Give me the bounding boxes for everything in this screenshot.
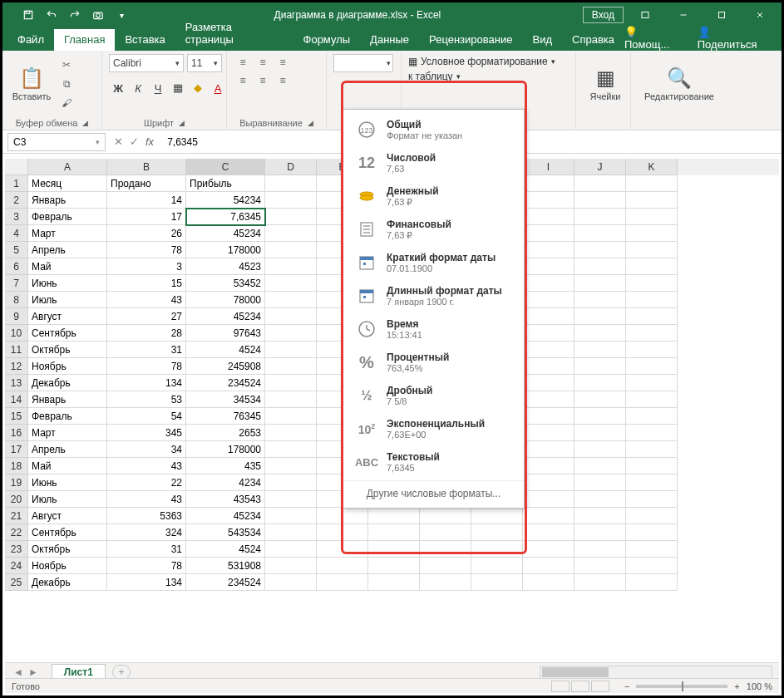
cell[interactable]: 3 bbox=[107, 258, 186, 275]
row-header[interactable]: 3 bbox=[5, 209, 28, 225]
cell[interactable] bbox=[626, 474, 678, 491]
cell[interactable]: 78 bbox=[107, 242, 186, 258]
cell[interactable] bbox=[368, 524, 420, 541]
cell[interactable] bbox=[523, 508, 574, 524]
cell[interactable]: 27 bbox=[107, 308, 186, 325]
cell[interactable] bbox=[574, 242, 626, 258]
tab-вставка[interactable]: Вставка bbox=[115, 29, 175, 51]
cell[interactable] bbox=[523, 441, 574, 458]
cell[interactable] bbox=[626, 258, 678, 275]
share-button[interactable]: 👤 Поделиться bbox=[698, 26, 773, 51]
cell[interactable] bbox=[420, 524, 471, 541]
cell[interactable] bbox=[574, 275, 626, 292]
cell[interactable] bbox=[523, 574, 574, 591]
row-header[interactable]: 8 bbox=[5, 292, 28, 308]
cell[interactable]: 4524 bbox=[186, 541, 265, 558]
cell[interactable]: 76345 bbox=[186, 408, 265, 425]
number-format-general[interactable]: 123ОбщийФормат не указан bbox=[343, 113, 524, 146]
cell[interactable] bbox=[265, 375, 317, 391]
cells-button[interactable]: ▦ Ячейки bbox=[583, 54, 628, 114]
row-header[interactable]: 20 bbox=[5, 491, 28, 508]
cell[interactable]: 78 bbox=[107, 558, 186, 574]
cell[interactable] bbox=[265, 491, 317, 508]
cell[interactable] bbox=[317, 508, 368, 524]
cell[interactable] bbox=[265, 574, 317, 591]
tab-главная[interactable]: Главная bbox=[54, 29, 115, 51]
align-center-icon[interactable]: ≡ bbox=[254, 72, 272, 89]
cell[interactable] bbox=[265, 209, 317, 225]
cell[interactable] bbox=[626, 209, 678, 225]
cell[interactable] bbox=[265, 325, 317, 342]
cell[interactable]: Февраль bbox=[28, 408, 107, 425]
view-page-layout-icon[interactable] bbox=[571, 681, 589, 692]
cell[interactable] bbox=[523, 292, 574, 308]
name-box[interactable]: C3▾ bbox=[7, 133, 106, 151]
cell[interactable] bbox=[317, 541, 368, 558]
tab-рецензирование[interactable]: Рецензирование bbox=[419, 29, 522, 51]
cell[interactable] bbox=[368, 508, 420, 524]
cell[interactable] bbox=[626, 425, 678, 441]
column-header[interactable]: A bbox=[28, 159, 107, 175]
column-header[interactable]: K bbox=[626, 159, 678, 175]
cell[interactable] bbox=[626, 325, 678, 342]
cell[interactable]: 43543 bbox=[186, 491, 265, 508]
cell[interactable] bbox=[574, 308, 626, 325]
cell[interactable]: 5363 bbox=[107, 508, 186, 524]
cell[interactable]: Сентябрь bbox=[28, 325, 107, 342]
cell[interactable] bbox=[420, 574, 471, 591]
select-all-corner[interactable] bbox=[5, 159, 28, 175]
number-format-percent[interactable]: %Процентный763,45% bbox=[343, 346, 524, 379]
editing-button[interactable]: 🔍 Редактирование bbox=[638, 54, 721, 114]
save-icon[interactable] bbox=[17, 5, 39, 25]
cell[interactable] bbox=[574, 175, 626, 192]
cell[interactable] bbox=[265, 258, 317, 275]
maximize-icon[interactable] bbox=[705, 2, 738, 27]
cell[interactable]: 53452 bbox=[186, 275, 265, 292]
cell[interactable] bbox=[626, 275, 678, 292]
cell[interactable]: Декабрь bbox=[28, 574, 107, 591]
row-header[interactable]: 17 bbox=[5, 441, 28, 458]
italic-button[interactable]: К bbox=[129, 79, 147, 97]
cut-icon[interactable]: ✂ bbox=[57, 57, 76, 73]
font-size-combo[interactable]: 11▾ bbox=[187, 54, 222, 72]
cell[interactable] bbox=[626, 541, 678, 558]
number-format-time[interactable]: Время15:13:41 bbox=[343, 312, 524, 346]
fx-icon[interactable]: fx bbox=[145, 135, 154, 148]
cell[interactable] bbox=[523, 308, 574, 325]
number-format-text[interactable]: ABCТекстовый7,6345 bbox=[343, 445, 524, 479]
cell[interactable] bbox=[574, 209, 626, 225]
cell[interactable]: Прибыль bbox=[186, 175, 265, 192]
cell[interactable]: 28 bbox=[107, 325, 186, 342]
cell[interactable] bbox=[265, 292, 317, 308]
bold-button[interactable]: Ж bbox=[109, 79, 127, 97]
row-header[interactable]: 16 bbox=[5, 425, 28, 441]
cell[interactable] bbox=[420, 558, 471, 574]
number-format-scientific[interactable]: 102Экспоненциальный7,63E+00 bbox=[343, 412, 524, 445]
cell[interactable]: Ноябрь bbox=[28, 358, 107, 375]
cell[interactable] bbox=[317, 524, 368, 541]
cell[interactable]: 134 bbox=[107, 375, 186, 391]
cell[interactable]: Февраль bbox=[28, 209, 107, 225]
cell[interactable] bbox=[626, 358, 678, 375]
cell[interactable]: Декабрь bbox=[28, 375, 107, 391]
cell[interactable] bbox=[626, 391, 678, 408]
cell[interactable] bbox=[574, 225, 626, 242]
format-painter-icon[interactable]: 🖌 bbox=[57, 95, 76, 111]
cell[interactable]: Сентябрь bbox=[28, 524, 107, 541]
signin-button[interactable]: Вход bbox=[583, 7, 624, 23]
zoom-slider[interactable] bbox=[636, 685, 727, 688]
cell[interactable]: Март bbox=[28, 225, 107, 242]
zoom-in-button[interactable]: + bbox=[734, 681, 739, 691]
cell[interactable] bbox=[626, 491, 678, 508]
align-left-icon[interactable]: ≡ bbox=[234, 72, 252, 89]
cell[interactable] bbox=[265, 391, 317, 408]
row-header[interactable]: 22 bbox=[5, 524, 28, 541]
cell[interactable] bbox=[523, 192, 574, 209]
cell[interactable]: 7,6345 bbox=[186, 209, 265, 225]
cell[interactable]: 4524 bbox=[186, 342, 265, 358]
cell[interactable] bbox=[368, 541, 420, 558]
cell[interactable] bbox=[368, 574, 420, 591]
cell[interactable] bbox=[265, 441, 317, 458]
cell[interactable] bbox=[265, 508, 317, 524]
redo-icon[interactable] bbox=[64, 5, 86, 25]
